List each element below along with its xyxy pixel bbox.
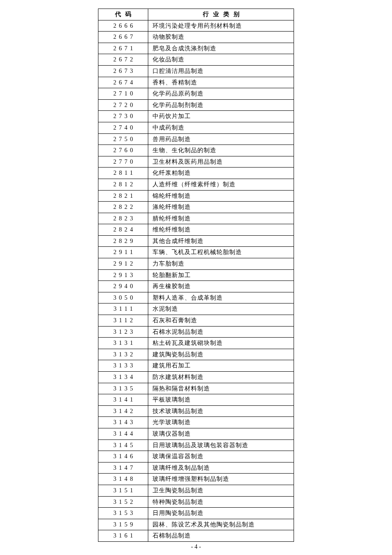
page-number: - 4 - <box>0 543 392 550</box>
table-row: 2829其他合成纤维制造 <box>98 235 294 247</box>
table-row: 2822涤纶纤维制造 <box>98 202 294 213</box>
cell-code: 2710 <box>98 88 148 100</box>
cell-code: 2770 <box>98 156 148 168</box>
table-row: 3134防水建筑材料制造 <box>98 372 294 383</box>
cell-category: 玻璃纤维及制品制造 <box>148 462 294 474</box>
cell-category: 卫生材料及医药用品制造 <box>148 156 294 168</box>
table-row: 3123石棉水泥制品制造 <box>98 326 294 338</box>
table-row: 3146玻璃保温容器制造 <box>98 451 294 462</box>
cell-category: 粘土砖瓦及建筑砌块制造 <box>148 338 294 349</box>
header-code: 代码 <box>98 9 148 20</box>
cell-category: 隔热和隔音材料制造 <box>148 383 294 394</box>
cell-code: 3153 <box>98 508 148 519</box>
table-row: 2673口腔清洁用品制造 <box>98 65 294 77</box>
table-row: 3132建筑陶瓷制品制造 <box>98 349 294 360</box>
table-row: 2674香料、香精制造 <box>98 77 294 88</box>
cell-category: 玻璃保温容器制造 <box>148 451 294 462</box>
cell-code: 2823 <box>98 213 148 224</box>
cell-code: 3132 <box>98 349 148 360</box>
table-row: 3135隔热和隔音材料制造 <box>98 383 294 394</box>
cell-category: 中药饮片加工 <box>148 111 294 122</box>
cell-category: 维纶纤维制造 <box>148 224 294 236</box>
cell-code: 3133 <box>98 360 148 372</box>
cell-category: 日用玻璃制品及玻璃包装容器制造 <box>148 439 294 451</box>
table-row: 3161石棉制品制造 <box>98 530 294 542</box>
table-row: 3145日用玻璃制品及玻璃包装容器制造 <box>98 439 294 451</box>
cell-category: 肥皂及合成洗涤剂制造 <box>148 43 294 54</box>
table-row: 2811化纤浆粕制造 <box>98 168 294 179</box>
cell-category: 化纤浆粕制造 <box>148 168 294 179</box>
cell-code: 2940 <box>98 281 148 292</box>
cell-category: 环境污染处理专用药剂材料制造 <box>148 20 294 32</box>
cell-category: 锦纶纤维制造 <box>148 190 294 202</box>
cell-category: 建筑陶瓷制品制造 <box>148 349 294 360</box>
cell-category: 石棉制品制造 <box>148 530 294 542</box>
table-row: 2720化学药品制剂制造 <box>98 99 294 111</box>
cell-code: 3151 <box>98 485 148 496</box>
table-row: 3152特种陶瓷制品制造 <box>98 496 294 508</box>
cell-code: 2829 <box>98 235 148 247</box>
cell-code: 2671 <box>98 43 148 54</box>
cell-code: 2666 <box>98 20 148 32</box>
cell-code: 3161 <box>98 530 148 542</box>
cell-code: 2760 <box>98 145 148 156</box>
table-row: 3147玻璃纤维及制品制造 <box>98 462 294 474</box>
cell-category: 玻璃纤维增强塑料制品制造 <box>148 474 294 485</box>
table-row: 3153日用陶瓷制品制造 <box>98 508 294 519</box>
cell-code: 3148 <box>98 474 148 485</box>
header-category: 行业类别 <box>148 9 294 20</box>
cell-code: 2811 <box>98 168 148 179</box>
cell-code: 3111 <box>98 304 148 315</box>
cell-code: 2824 <box>98 224 148 236</box>
table-row: 3111水泥制造 <box>98 304 294 315</box>
cell-category: 兽用药品制造 <box>148 133 294 145</box>
cell-category: 再生橡胶制造 <box>148 281 294 292</box>
cell-category: 香料、香精制造 <box>148 77 294 88</box>
cell-code: 3141 <box>98 394 148 406</box>
cell-code: 2674 <box>98 77 148 88</box>
cell-code: 3143 <box>98 417 148 428</box>
table-row: 3142技术玻璃制品制造 <box>98 405 294 417</box>
cell-code: 3123 <box>98 326 148 338</box>
table-row: 3143光学玻璃制造 <box>98 417 294 428</box>
cell-code: 2912 <box>98 258 148 270</box>
cell-category: 防水建筑材料制造 <box>148 372 294 383</box>
cell-code: 2821 <box>98 190 148 202</box>
cell-code: 2672 <box>98 54 148 66</box>
table-row: 2750兽用药品制造 <box>98 133 294 145</box>
cell-category: 塑料人造革、合成革制造 <box>148 292 294 304</box>
table-row: 3131粘土砖瓦及建筑砌块制造 <box>98 338 294 349</box>
cell-code: 3146 <box>98 451 148 462</box>
table-row: 2823腈纶纤维制造 <box>98 213 294 224</box>
cell-category: 其他合成纤维制造 <box>148 235 294 247</box>
cell-category: 特种陶瓷制品制造 <box>148 496 294 508</box>
table-row: 2666环境污染处理专用药剂材料制造 <box>98 20 294 32</box>
cell-category: 化学药品原药制造 <box>148 88 294 100</box>
cell-category: 光学玻璃制造 <box>148 417 294 428</box>
cell-code: 2822 <box>98 202 148 213</box>
table-row: 2812人造纤维（纤维素纤维）制造 <box>98 179 294 190</box>
table-row: 3133建筑用石加工 <box>98 360 294 372</box>
cell-code: 3152 <box>98 496 148 508</box>
cell-category: 轮胎翻新加工 <box>148 269 294 281</box>
cell-category: 建筑用石加工 <box>148 360 294 372</box>
table-row: 2671肥皂及合成洗涤剂制造 <box>98 43 294 54</box>
table-row: 2913轮胎翻新加工 <box>98 269 294 281</box>
cell-code: 3050 <box>98 292 148 304</box>
table-row: 2672化妆品制造 <box>98 54 294 66</box>
table-row: 2824维纶纤维制造 <box>98 224 294 236</box>
cell-code: 3135 <box>98 383 148 394</box>
table-row: 3159园林、陈设艺术及其他陶瓷制品制造 <box>98 519 294 530</box>
table-row: 3148玻璃纤维增强塑料制品制造 <box>98 474 294 485</box>
table-row: 2770卫生材料及医药用品制造 <box>98 156 294 168</box>
cell-code: 2673 <box>98 65 148 77</box>
cell-code: 3147 <box>98 462 148 474</box>
cell-category: 日用陶瓷制品制造 <box>148 508 294 519</box>
cell-category: 动物胶制造 <box>148 32 294 43</box>
cell-category: 口腔清洁用品制造 <box>148 65 294 77</box>
cell-category: 玻璃仪器制造 <box>148 428 294 439</box>
cell-code: 2812 <box>98 179 148 190</box>
table-row: 3151卫生陶瓷制品制造 <box>98 485 294 496</box>
table-row: 2740中成药制造 <box>98 122 294 133</box>
cell-code: 2911 <box>98 247 148 258</box>
